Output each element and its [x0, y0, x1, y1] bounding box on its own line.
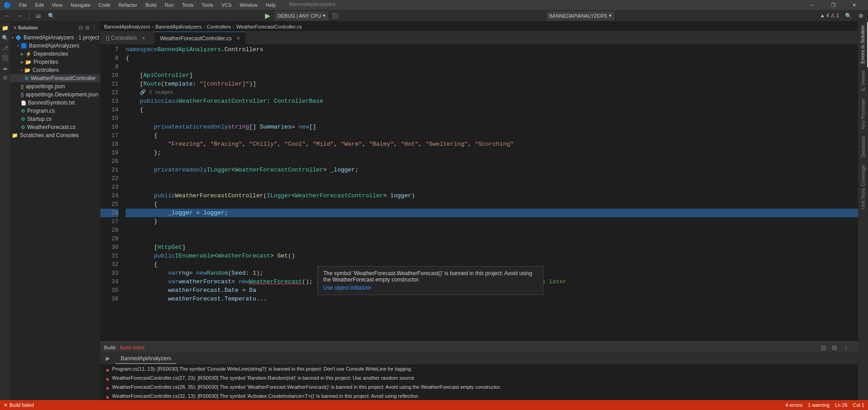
code-line-7: namespace BannedApiAnalyzers.Controllers [126, 45, 858, 54]
toolbar-search2[interactable]: 🔍 [843, 11, 854, 20]
sol-more-btn[interactable]: ⋮ [91, 24, 97, 31]
menu-code[interactable]: Code [95, 1, 114, 9]
panel-collapse-btn[interactable]: ⊟ [819, 344, 828, 351]
code-line-9 [126, 62, 858, 71]
right-tab-il[interactable]: IL Viewer [859, 67, 868, 95]
maximize-button[interactable]: ❐ [823, 0, 844, 10]
code-line-10: [ApiController] [126, 71, 858, 80]
error-row-4[interactable]: ● WeatherForecastController.cs(32, 13): … [104, 392, 854, 400]
panel-tab-bannedapi[interactable]: BannedApiAnalyzers [115, 353, 176, 364]
code-editor[interactable]: 7 8 9 10 11 12 13 14 15 16 17 18 19 20 2… [100, 44, 858, 341]
sol-expand-btn[interactable]: ⊞ [85, 24, 90, 31]
status-line[interactable]: Ln 26 [835, 402, 848, 408]
menu-file[interactable]: File [15, 1, 31, 9]
activity-extensions[interactable]: ⬛ [0, 53, 9, 62]
properties-node[interactable]: ▶ 📂 Properties [10, 58, 100, 66]
txt-icon: 📄 [21, 100, 26, 105]
status-col[interactable]: Col 1 [853, 402, 864, 408]
menu-window[interactable]: Window [236, 1, 261, 9]
appsettings-node[interactable]: {} appsettings.json [10, 82, 100, 91]
titlebar: 🔵 File Edit View Navigate Code Refactor … [0, 0, 868, 10]
code-content[interactable]: namespace BannedApiAnalyzers.Controllers… [122, 44, 858, 341]
build-label: Build: [104, 345, 117, 350]
code-line-24: public WeatherForecastController(ILogger… [126, 191, 858, 200]
project-selector[interactable]: BANNEDAPIANALYZERS ▾ [547, 11, 614, 20]
minimize-button[interactable]: ─ [802, 0, 823, 10]
error-row-2[interactable]: ● WeatherForecastController.cs(27, 23): … [104, 374, 854, 383]
tab-wfc[interactable]: WeatherForecastController.cs ✕ [155, 32, 246, 44]
activity-settings[interactable]: ⚙ [0, 73, 9, 82]
wfc-node[interactable]: ⚙ WeatherForecastController [10, 74, 100, 82]
right-tab-key[interactable]: Key Promoter [859, 95, 868, 133]
menu-tools[interactable]: Tools [198, 1, 217, 9]
run-button[interactable]: ▶ [262, 11, 273, 20]
banned-symbols-node[interactable]: 📄 BannedSymbols.txt [10, 99, 100, 107]
program-node[interactable]: ⚙ Program.cs [10, 107, 100, 115]
menu-tests[interactable]: Tests [178, 1, 197, 9]
close-button[interactable]: ✕ [844, 0, 864, 10]
error-icon-3: ● [106, 385, 109, 391]
tooltip-fix[interactable]: Use object initializer [323, 285, 538, 291]
properties-label: Properties [33, 59, 58, 65]
toolbar-settings[interactable]: ⚙ [855, 11, 866, 20]
status-errors[interactable]: 4 errors [785, 402, 802, 408]
appsettings-dev-node[interactable]: {} appsettings.Development.json [10, 91, 100, 99]
bc-4[interactable]: WeatherForecastController.cs [236, 24, 302, 29]
panel-expand-btn[interactable]: ⊞ [830, 344, 839, 351]
menu-run[interactable]: Run [161, 1, 177, 9]
bc-1[interactable]: BannedApiAnalyzers [104, 24, 150, 29]
dependencies-node[interactable]: ▶ ⚡ Dependencies [10, 50, 100, 58]
solution-view-btn[interactable]: 🗂 [33, 11, 44, 20]
activity-bar: 📁 🔍 ⎇ ⬛ ☁ ⚙ [0, 22, 10, 400]
status-build[interactable]: ✕ Build failed [4, 402, 34, 408]
code-line-27: } [126, 217, 858, 226]
menu-vcs[interactable]: VCS [218, 1, 236, 9]
tab-close-btn[interactable]: ✕ [142, 36, 145, 41]
menu-build[interactable]: Build [142, 1, 160, 9]
project-node[interactable]: ▾ 🟦 BannedApiAnalyzers [10, 42, 100, 50]
controllers-node[interactable]: ▾ 📂 Controllers [10, 66, 100, 74]
menu-refactor[interactable]: Refactor [115, 1, 141, 9]
right-tab-db[interactable]: Database [859, 133, 868, 161]
activity-git[interactable]: ⎇ [0, 43, 9, 52]
activity-cloud[interactable]: ☁ [0, 63, 9, 72]
startup-node[interactable]: ⚙ Startup.cs [10, 115, 100, 123]
code-line-17: { [126, 131, 858, 140]
bottom-panel: Build: Build failed ⊟ ⊞ ⋮ ▶ BannedApiAna… [100, 341, 858, 400]
solution-root[interactable]: ▾ 🔷 BannedApiAnalyzers · 1 project [10, 33, 100, 42]
error-row-3[interactable]: ● WeatherForecastController.cs(28, 35): … [104, 383, 854, 392]
prop-icon: 📂 [25, 59, 32, 65]
tab-wfc-close[interactable]: ✕ [236, 36, 240, 41]
debug-config-selector[interactable]: DEBUG | ANY CPU ▾ [275, 11, 328, 20]
tab-controllers[interactable]: () Controllers ✕ [100, 32, 155, 44]
menu-edit[interactable]: Edit [32, 1, 47, 9]
solution-title: ≡ Solution [14, 25, 38, 30]
scratches-node[interactable]: 📁 Scratches and Consoles [10, 131, 100, 139]
sol-collapse-btn[interactable]: ⊟ [79, 24, 83, 31]
bc-3[interactable]: Controllers [207, 24, 231, 29]
errors-count[interactable]: ▲ 4 ⚠ 1 [820, 13, 839, 19]
bc-2[interactable]: BannedApiAnalyzers [156, 24, 202, 29]
project-name: BannedApiAnalyzers [29, 43, 79, 49]
error-row-1[interactable]: ● Program.cs(11, 13): [RS0030] The symbo… [104, 365, 854, 374]
solution-arrow: ▾ [12, 36, 14, 40]
activity-search[interactable]: 🔍 [0, 33, 9, 43]
panel-menu-btn[interactable]: ⋮ [841, 344, 851, 351]
toolbar-forward[interactable]: → [14, 11, 25, 20]
menu-view[interactable]: View [48, 1, 66, 9]
right-tab-errors[interactable]: Errors in Solution [858, 22, 868, 67]
menu-bar: File Edit View Navigate Code Refactor Bu… [15, 1, 335, 9]
line-numbers: 7 8 9 10 11 12 13 14 15 16 17 18 19 20 2… [100, 44, 122, 341]
toolbar-search[interactable]: 🔍 [46, 11, 57, 20]
toolbar-back[interactable]: ← [2, 11, 13, 20]
solution-header: ≡ Solution ⊟ ⊞ ⋮ [10, 22, 100, 33]
activity-explorer[interactable]: 📁 [0, 24, 9, 33]
weatherforecast-node[interactable]: ⚙ WeatherForecast.cs [10, 123, 100, 131]
panel-tab-expand[interactable]: ▶ [100, 353, 115, 363]
right-tab-unit[interactable]: Unit Tests Coverage [859, 161, 868, 213]
menu-help[interactable]: Help [262, 1, 279, 9]
error-icon-1: ● [106, 367, 109, 373]
stop-button[interactable]: ⬛ [330, 11, 341, 20]
status-warnings[interactable]: 1 warning [808, 402, 830, 408]
menu-navigate[interactable]: Navigate [67, 1, 94, 9]
